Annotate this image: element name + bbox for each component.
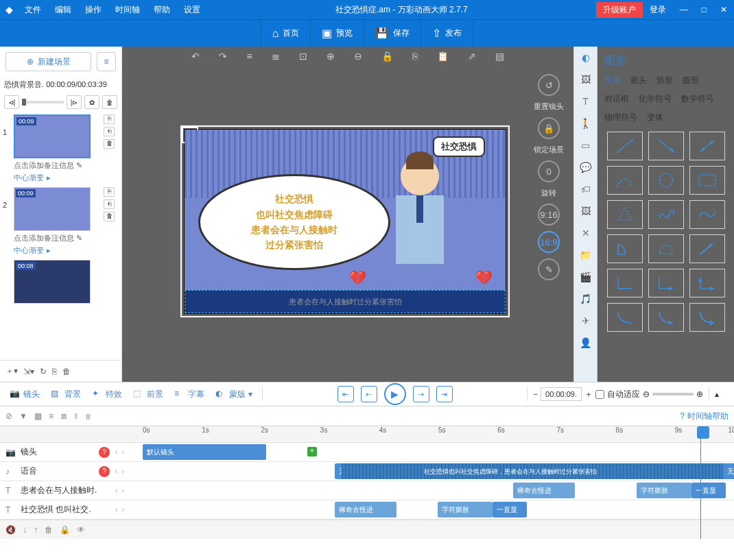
voice-clip[interactable]: 社交恐惧也叫社交焦虑障碍，患者会在与人接触时过分紧张害怕: [342, 463, 734, 479]
stage-tag[interactable]: 社交恐惧: [433, 136, 485, 157]
stage[interactable]: 社交恐惧 社交恐惧 也叫社交焦虑障碍 患者会在与人接触时 过分紧张害怕 💔 💔 …: [184, 129, 506, 314]
shape-wave[interactable]: [689, 200, 725, 229]
menu-file[interactable]: 文件: [18, 0, 48, 19]
shape-dashed-rect[interactable]: [689, 166, 725, 195]
redo-icon[interactable]: ↷: [219, 51, 227, 62]
audio-delete-button[interactable]: 🗑: [102, 95, 117, 109]
audio-tab-icon[interactable]: 🎵: [579, 292, 593, 306]
next-frame-button[interactable]: ⇥: [436, 386, 453, 402]
trash-icon[interactable]: 🗑: [62, 367, 71, 376]
shape-elbow3[interactable]: [689, 269, 725, 297]
collapse-icon[interactable]: ▴: [715, 389, 719, 399]
help-icon[interactable]: ?: [99, 466, 110, 477]
layers-icon[interactable]: ▤: [495, 51, 504, 62]
maximize-button[interactable]: □: [695, 5, 713, 14]
effect-clip[interactable]: 字符膨胀: [637, 483, 691, 498]
step-fwd-button[interactable]: ⇢: [413, 386, 429, 402]
scene-item[interactable]: 2 00:09 点击添加备注信息 ✎ 中心渐变▸ ⎘⎗🗑: [3, 187, 119, 256]
character-tab-icon[interactable]: 🚶: [579, 117, 593, 130]
fx-tab[interactable]: ✦特效: [88, 387, 126, 402]
publish-button[interactable]: ⇧发布: [421, 20, 473, 47]
tab-phys[interactable]: 物理符号: [604, 112, 637, 123]
zoom-in-icon[interactable]: ⊕: [327, 51, 335, 62]
close-button[interactable]: ✕: [713, 5, 734, 14]
align-icon[interactable]: ⫼: [84, 411, 93, 421]
effect-clip[interactable]: 一直显: [493, 502, 527, 518]
person-tab-icon[interactable]: 👤: [579, 336, 593, 350]
folder-tab-icon[interactable]: 📁: [579, 248, 593, 262]
grid-icon[interactable]: ▦: [34, 411, 42, 421]
lens-clip[interactable]: 默认镜头: [143, 444, 266, 460]
shape-elbow2[interactable]: [648, 269, 684, 297]
audio-settings-button[interactable]: ✿: [84, 95, 99, 109]
home-button[interactable]: ⌂首页: [261, 20, 311, 47]
tools-tab-icon[interactable]: ✕: [579, 226, 593, 240]
align-icon[interactable]: ≡: [49, 411, 54, 421]
shape-arc[interactable]: [607, 166, 643, 195]
prev-frame-button[interactable]: ⇤: [338, 386, 354, 402]
upgrade-button[interactable]: 升级账户: [596, 2, 643, 18]
login-button[interactable]: 登录: [643, 4, 673, 16]
tab-rect[interactable]: 矩形: [656, 75, 673, 86]
time-ruler[interactable]: 0s 1s 2s 3s 4s 5s 6s 7s 8s 9s 10s: [0, 426, 734, 443]
align-left-icon[interactable]: ≡: [246, 51, 252, 62]
copy-icon[interactable]: ⎘: [104, 187, 115, 197]
scene-thumbnail[interactable]: 00:08: [14, 260, 91, 304]
copy-icon[interactable]: ⎘: [104, 114, 115, 124]
audio-prev-button[interactable]: ⊲|: [4, 95, 19, 109]
shape-curve1[interactable]: [607, 303, 643, 332]
zoom-in-icon[interactable]: ⊕: [696, 389, 703, 399]
effect-clip[interactable]: 稀奇古怪进: [335, 502, 396, 518]
menu-edit[interactable]: 编辑: [48, 0, 78, 19]
shape-scribble[interactable]: [648, 200, 684, 229]
eye-icon[interactable]: 👁: [77, 525, 85, 535]
padlock-icon[interactable]: 🔒: [381, 51, 393, 62]
zoom-slider[interactable]: [652, 393, 694, 395]
video-tab-icon[interactable]: 🎬: [579, 270, 593, 284]
align-icon[interactable]: ≣: [60, 411, 67, 421]
paste-icon[interactable]: ⎗: [104, 127, 115, 136]
shape-double-arrow[interactable]: [689, 132, 725, 160]
shape-curve3[interactable]: [689, 303, 725, 332]
shape-arrow-line[interactable]: [648, 132, 684, 160]
lens-tab[interactable]: 📷镜头: [5, 387, 44, 402]
effect-clip[interactable]: 一直显: [691, 483, 726, 498]
scene-list-button[interactable]: ≡: [97, 52, 116, 71]
tab-chem[interactable]: 化学符号: [639, 93, 672, 105]
shape-dashed-circle[interactable]: [648, 166, 684, 195]
lock-icon[interactable]: ⊡: [299, 51, 307, 62]
new-scene-button[interactable]: ⊕新建场景: [5, 52, 91, 71]
menu-timeline[interactable]: 时间轴: [108, 0, 147, 19]
chat-tab-icon[interactable]: 💬: [579, 160, 593, 174]
save-button[interactable]: 💾保存: [364, 20, 421, 47]
down-icon[interactable]: ↓: [23, 525, 27, 535]
filter-icon[interactable]: ▼: [19, 411, 27, 421]
add-keyframe-icon[interactable]: +: [307, 447, 317, 456]
fg-tab[interactable]: ⬚前景: [129, 387, 167, 402]
tab-dialog[interactable]: 对话框: [604, 93, 629, 105]
align-center-icon[interactable]: ≣: [272, 51, 280, 62]
text-tab-icon[interactable]: T: [579, 95, 593, 108]
mute-icon[interactable]: 🔇: [5, 525, 16, 535]
lock-scene-button[interactable]: 🔒: [538, 117, 560, 139]
zoom-out-icon[interactable]: ⊖: [643, 389, 650, 399]
paste-icon[interactable]: ⎗: [104, 199, 115, 209]
menu-help[interactable]: 帮助: [147, 0, 177, 19]
trash-icon[interactable]: 🗑: [104, 139, 115, 149]
plus-icon[interactable]: ＋: [584, 389, 593, 400]
badge-tab-icon[interactable]: 🏷: [579, 182, 593, 196]
tab-variant[interactable]: 变体: [647, 112, 663, 123]
share-icon[interactable]: ⇗: [468, 51, 476, 62]
step-back-button[interactable]: ⇠: [361, 386, 377, 402]
speech-bubble[interactable]: 社交恐惧 也叫社交焦虑障碍 患者会在与人接触时 过分紧张害怕: [198, 174, 390, 270]
tab-arrow[interactable]: 箭头: [630, 75, 647, 86]
rotate-button[interactable]: 0: [538, 160, 560, 182]
menu-action[interactable]: 操作: [78, 0, 108, 19]
tab-common[interactable]: 常用: [604, 75, 621, 86]
ratio-916-button[interactable]: 9:16: [538, 204, 560, 226]
trash-icon[interactable]: 🗑: [45, 525, 53, 535]
tab-math[interactable]: 数学符号: [681, 93, 714, 105]
minus-icon[interactable]: −: [533, 389, 538, 399]
shape-quarter[interactable]: [607, 234, 643, 263]
minimize-button[interactable]: —: [673, 5, 695, 14]
